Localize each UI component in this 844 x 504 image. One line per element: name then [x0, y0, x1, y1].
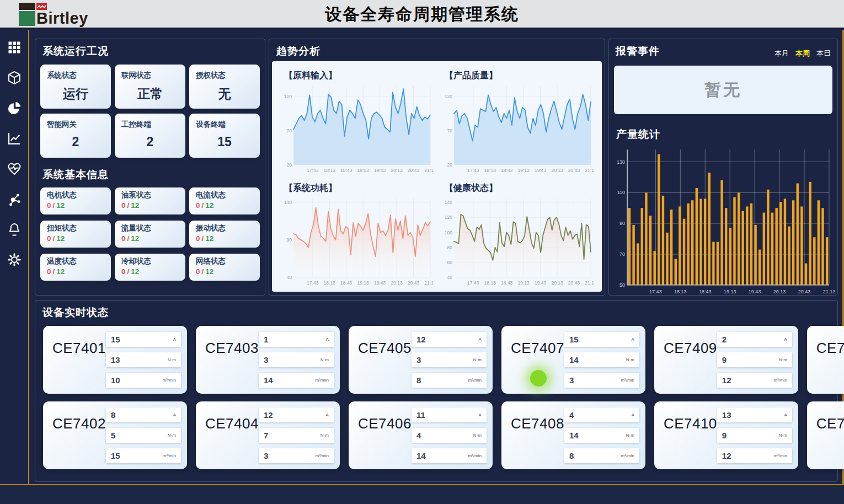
section-title-alarm: 报警事件: [616, 44, 660, 58]
svg-text:20:43: 20:43: [798, 289, 811, 294]
info-abnormal-count: 0: [47, 201, 51, 210]
logo: Birtley: [19, 3, 88, 26]
trend-chart-health-status: 【健康状态】17:4318:1318:4319:1319:4320:1320:4…: [437, 177, 597, 289]
device-name: CE7408: [511, 415, 564, 469]
apps-grid-icon[interactable]: [7, 40, 22, 55]
metric-value: 13: [111, 355, 120, 364]
svg-text:19:43: 19:43: [535, 168, 547, 173]
alarm-tab-本周[interactable]: 本周: [795, 49, 810, 58]
info-separator: /: [53, 234, 55, 243]
info-card-values: 0/12: [196, 234, 253, 243]
sidebar: [0, 30, 29, 484]
alarm-tab-本日[interactable]: 本日: [816, 49, 831, 58]
device-metric-row: 7N·m: [259, 428, 334, 443]
metric-unit: m³/min: [315, 453, 328, 458]
device-card-CE7411[interactable]: CE741110A15N·m11m³/min: [807, 326, 844, 394]
info-separator: /: [53, 201, 55, 210]
alarm-empty-text: 暂无: [704, 79, 742, 101]
metric-value: 12: [264, 410, 273, 420]
device-metrics: 2A9N·m12m³/min: [717, 326, 792, 394]
info-card: 温度状态0/12: [40, 254, 111, 281]
metric-unit: A: [632, 337, 634, 342]
info-card: 电机状态0/12: [40, 187, 111, 215]
section-title-system-status: 系统运行工况: [35, 39, 265, 58]
line-chart-icon[interactable]: [7, 131, 22, 146]
device-card-CE7410[interactable]: CE741013A9N·m12m³/min: [654, 401, 798, 469]
svg-text:120: 120: [445, 94, 452, 99]
trend-chart-plot: 17:4318:1318:4319:1319:4320:1320:4321:13…: [440, 194, 594, 287]
svg-text:100: 100: [445, 229, 452, 235]
device-metric-row: 13N·m: [106, 352, 181, 367]
chart-svg-health-status: 17:4318:1318:4319:1319:4320:1320:4321:13…: [440, 194, 594, 287]
metric-value: 3: [264, 451, 268, 460]
device-card-CE7409[interactable]: CE74092A9N·m12m³/min: [654, 326, 798, 394]
info-card: 扭矩状态0/12: [40, 221, 111, 248]
device-card-CE7408[interactable]: CE74084A14N·m8m³/min: [501, 401, 645, 469]
section-title-trend: 趋势分析: [269, 39, 605, 58]
metric-unit: m³/min: [468, 453, 481, 458]
device-card-CE7406[interactable]: CE740611A4N·m14m³/min: [349, 401, 493, 469]
svg-text:20:43: 20:43: [568, 280, 580, 286]
device-card-CE7407[interactable]: CE740715A14N·m3m³/min: [501, 326, 645, 394]
device-name: CE7411: [816, 340, 844, 394]
metric-unit: A: [326, 337, 329, 342]
info-separator: /: [202, 234, 204, 243]
info-card-values: 0/12: [196, 267, 253, 276]
svg-text:21:13: 21:13: [585, 280, 594, 286]
svg-text:18:13: 18:13: [324, 168, 336, 173]
metric-unit: A: [479, 337, 482, 342]
svg-text:20:43: 20:43: [568, 168, 580, 173]
info-total-count: 12: [131, 267, 139, 276]
panel-system: 系统运行工况 系统状态运行联网状态正常授权状态无智能网关2工控终端2设备终端15…: [35, 39, 265, 296]
status-card: 智能网关2: [40, 114, 111, 158]
metric-value: 8: [111, 410, 115, 420]
trend-chart-plot: 17:4318:1318:4319:1319:4320:1320:4321:13…: [440, 82, 594, 175]
device-metric-row: 3N·m: [259, 352, 334, 367]
device-card-CE7405[interactable]: CE740512A3N·m8m³/min: [349, 326, 493, 394]
device-card-CE7403[interactable]: CE74031A3N·m14m³/min: [196, 326, 340, 394]
gear-icon[interactable]: [7, 252, 22, 267]
status-card-label: 授权状态: [196, 71, 253, 81]
svg-text:17:43: 17:43: [307, 280, 319, 286]
info-card-label: 振动状态: [196, 223, 253, 233]
device-card-CE7402[interactable]: CE74028A5N·m15m³/min: [43, 401, 187, 469]
device-metric-row: 4A: [564, 408, 639, 422]
device-card-CE7401[interactable]: CE740115A13N·m10m³/min: [43, 326, 187, 394]
info-abnormal-count: 0: [121, 267, 126, 276]
system-status-cards: 系统状态运行联网状态正常授权状态无智能网关2工控终端2设备终端15: [40, 65, 260, 158]
info-separator: /: [53, 267, 55, 276]
device-name: CE7405: [358, 340, 412, 394]
bell-icon[interactable]: [7, 222, 22, 237]
cube-3d-icon[interactable]: [7, 70, 22, 85]
metric-unit: A: [173, 337, 176, 342]
device-name: CE7412: [816, 415, 844, 469]
device-metrics: 12A7N·m3m³/min: [259, 401, 334, 469]
svg-text:18:43: 18:43: [501, 280, 513, 286]
metric-value: 12: [722, 451, 731, 460]
device-card-CE7404[interactable]: CE740412A7N·m3m³/min: [196, 401, 340, 469]
health-monitor-icon[interactable]: [7, 161, 22, 176]
svg-text:18:13: 18:13: [484, 280, 496, 286]
device-card-CE7412[interactable]: CE74126A15N·m10m³/min: [807, 401, 844, 469]
metric-value: 4: [569, 410, 574, 420]
status-card: 设备终端15: [189, 114, 260, 158]
device-metric-row: 8m³/min: [412, 373, 487, 388]
metric-unit: m³/min: [773, 378, 787, 383]
metric-unit: A: [632, 412, 634, 417]
metric-unit: N·m: [626, 357, 634, 362]
svg-text:19:43: 19:43: [374, 280, 386, 286]
info-total-count: 12: [131, 201, 139, 210]
svg-text:21:13: 21:13: [424, 280, 434, 286]
molecule-icon[interactable]: [7, 191, 22, 207]
metric-unit: m³/min: [621, 453, 634, 458]
metric-value: 13: [722, 410, 731, 420]
trend-chart-plot: 17:4318:1318:4319:1319:4320:1320:4321:13…: [280, 194, 434, 287]
info-card-label: 油泵状态: [121, 190, 179, 200]
info-card-values: 0/12: [196, 201, 253, 210]
status-card-value: 无: [196, 85, 253, 103]
svg-text:110: 110: [617, 190, 625, 195]
info-card: 网络状态0/12: [189, 254, 260, 281]
metric-unit: m³/min: [163, 453, 176, 458]
alarm-tab-本月[interactable]: 本月: [774, 49, 789, 58]
pie-chart-icon[interactable]: [7, 100, 22, 116]
